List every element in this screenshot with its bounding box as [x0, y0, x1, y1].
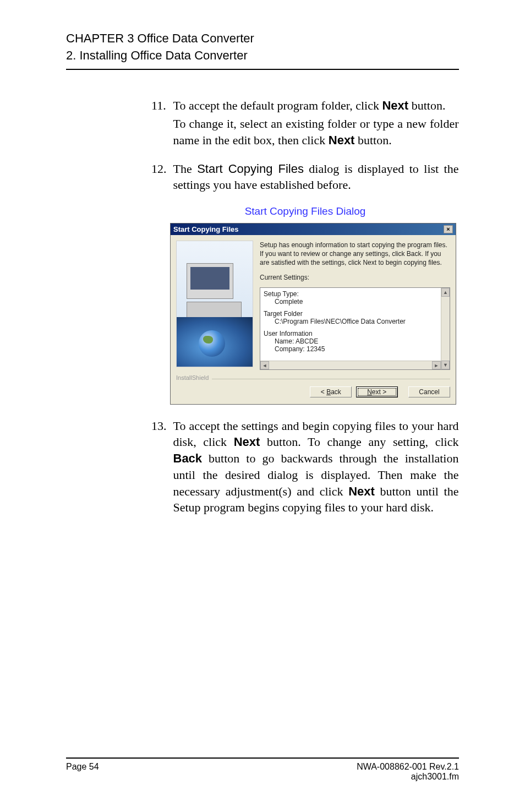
back-button[interactable]: < Back	[310, 386, 352, 397]
step-subtext: To change it, select an existing folder …	[173, 116, 459, 148]
start-copying-files-dialog: Start Copying Files × Setup has enough i…	[170, 223, 456, 405]
header-rule	[66, 69, 459, 70]
scroll-up-icon[interactable]: ▲	[441, 288, 450, 297]
dialog-right-pane: Setup has enough information to start co…	[260, 241, 450, 370]
scroll-left-icon[interactable]: ◄	[260, 361, 269, 369]
cancel-button[interactable]: Cancel	[408, 386, 450, 397]
user-company-value: Company: 12345	[264, 345, 446, 353]
step-number: 12.	[151, 161, 170, 177]
text: button.	[408, 99, 445, 112]
text: button.	[354, 133, 391, 147]
step-number: 13.	[151, 418, 170, 434]
step-text: To accept the settings and begin copying…	[173, 418, 459, 516]
current-settings-box: Setup Type: Complete Target Folder C:\Pr…	[260, 287, 450, 370]
setup-type-label: Setup Type:	[264, 290, 446, 298]
horizontal-scrollbar[interactable]: ◄ ►	[260, 361, 441, 369]
footer-row: Page 54 NWA-008862-001 Rev.2.1 ajch3001.…	[66, 762, 459, 782]
page-footer: Page 54 NWA-008862-001 Rev.2.1 ajch3001.…	[66, 757, 459, 782]
scroll-down-icon[interactable]: ▼	[441, 361, 450, 369]
user-info-label: User Information	[264, 330, 446, 337]
wizard-image	[176, 241, 253, 367]
user-info-group: User Information Name: ABCDE Company: 12…	[264, 330, 446, 353]
footer-right: NWA-008862-001 Rev.2.1 ajch3001.fm	[357, 762, 459, 782]
install-shield-label: InstallShield	[171, 374, 456, 383]
dialog-body: Setup has enough information to start co…	[171, 235, 456, 375]
chapter-title: CHAPTER 3 Office Data Converter	[66, 30, 459, 47]
next-button[interactable]: Next >	[356, 386, 398, 397]
dialog-button-row: < Back Next > Cancel	[171, 383, 456, 404]
next-rest: ext >	[372, 388, 386, 396]
dialog-titlebar: Start Copying Files ×	[171, 224, 456, 235]
next-label: Next	[382, 99, 408, 112]
back-mnemonic: B	[326, 388, 331, 396]
next-label: Next	[234, 435, 260, 449]
dialog-title: Start Copying Files	[173, 225, 238, 233]
setup-type-group: Setup Type: Complete	[264, 290, 446, 306]
figure-caption: Start Copying Files Dialog	[151, 205, 459, 217]
next-label: Next	[348, 484, 375, 498]
separator-line	[212, 379, 450, 379]
dialog-name: Start Copying Files	[197, 162, 304, 176]
target-folder-group: Target Folder C:\Program Files\NEC\Offic…	[264, 310, 446, 325]
close-button[interactable]: ×	[444, 225, 453, 233]
current-settings-label: Current Settings:	[260, 273, 450, 282]
doc-filename: ajch3001.fm	[357, 772, 459, 782]
user-name-value: Name: ABCDE	[264, 337, 446, 345]
install-shield-text: InstallShield	[176, 374, 209, 381]
dialog-intro-text: Setup has enough information to start co…	[260, 241, 450, 268]
target-folder-label: Target Folder	[264, 310, 446, 318]
doc-revision: NWA-008862-001 Rev.2.1	[357, 762, 459, 772]
vertical-scrollbar[interactable]: ▲ ▼	[441, 288, 450, 369]
back-label: Back	[173, 451, 203, 465]
next-mnemonic: N	[367, 388, 372, 396]
setup-type-value: Complete	[264, 298, 446, 306]
step-number: 11.	[151, 97, 170, 114]
step-text: The Start Copying Files dialog is displa…	[173, 161, 459, 193]
section-title: 2. Installing Office Data Converter	[66, 47, 459, 64]
text: The	[173, 162, 198, 176]
next-label: Next	[329, 133, 355, 147]
step-13: 13. To accept the settings and begin cop…	[151, 418, 459, 516]
page-header: CHAPTER 3 Office Data Converter 2. Insta…	[66, 30, 459, 64]
page-number: Page 54	[66, 762, 99, 782]
text: To change it, select an existing folder …	[173, 117, 459, 147]
text: button. To change any setting, click	[260, 435, 458, 449]
body-content: 11. To accept the default program folder…	[66, 97, 459, 516]
text: To accept the default program folder, cl…	[173, 99, 382, 112]
scroll-right-icon[interactable]: ►	[432, 361, 441, 369]
target-folder-value: C:\Program Files\NEC\Office Data Convert…	[264, 318, 446, 325]
footer-rule	[66, 757, 459, 759]
step-11: 11. To accept the default program folder…	[151, 97, 459, 149]
back-rest: ack	[331, 388, 341, 396]
step-text: To accept the default program folder, cl…	[173, 97, 459, 149]
step-12: 12. The Start Copying Files dialog is di…	[151, 161, 459, 193]
